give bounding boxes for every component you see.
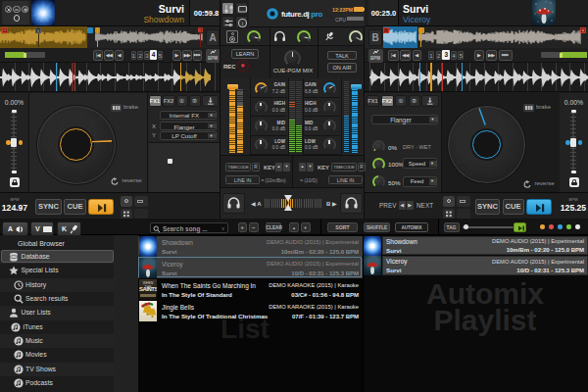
- svg-text:i: i: [241, 21, 242, 26]
